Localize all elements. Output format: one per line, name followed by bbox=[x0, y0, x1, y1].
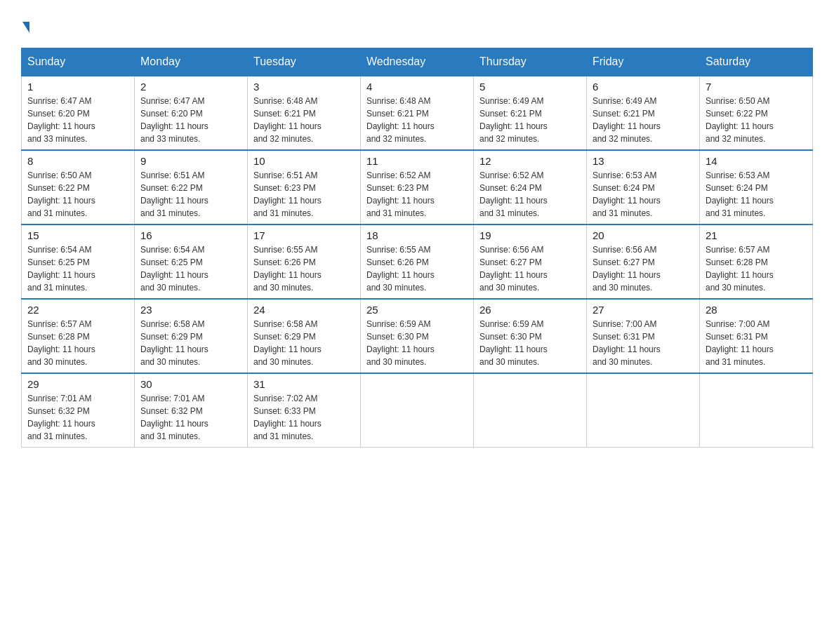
week-row-1: 1 Sunrise: 6:47 AM Sunset: 6:20 PM Dayli… bbox=[22, 76, 813, 150]
day-number: 15 bbox=[27, 229, 128, 241]
day-info: Sunrise: 6:58 AM Sunset: 6:29 PM Dayligh… bbox=[140, 318, 241, 368]
day-info: Sunrise: 6:48 AM Sunset: 6:21 PM Dayligh… bbox=[253, 95, 355, 145]
day-info: Sunrise: 6:54 AM Sunset: 6:25 PM Dayligh… bbox=[140, 243, 241, 294]
day-info: Sunrise: 6:55 AM Sunset: 6:26 PM Dayligh… bbox=[253, 243, 355, 294]
day-info: Sunrise: 6:48 AM Sunset: 6:21 PM Dayligh… bbox=[366, 95, 468, 145]
week-row-3: 15 Sunrise: 6:54 AM Sunset: 6:25 PM Dayl… bbox=[22, 224, 813, 299]
calendar-cell: 23 Sunrise: 6:58 AM Sunset: 6:29 PM Dayl… bbox=[135, 299, 248, 373]
day-number: 7 bbox=[706, 81, 807, 93]
day-number: 16 bbox=[140, 229, 241, 241]
day-info: Sunrise: 6:56 AM Sunset: 6:27 PM Dayligh… bbox=[593, 243, 694, 294]
calendar-cell: 3 Sunrise: 6:48 AM Sunset: 6:21 PM Dayli… bbox=[248, 76, 361, 150]
day-number: 6 bbox=[593, 81, 694, 93]
header-saturday: Saturday bbox=[700, 48, 813, 76]
day-info: Sunrise: 6:52 AM Sunset: 6:24 PM Dayligh… bbox=[479, 169, 581, 220]
day-info: Sunrise: 6:49 AM Sunset: 6:21 PM Dayligh… bbox=[479, 95, 581, 145]
header-tuesday: Tuesday bbox=[248, 48, 361, 76]
calendar-cell: 5 Sunrise: 6:49 AM Sunset: 6:21 PM Dayli… bbox=[474, 76, 587, 150]
week-row-4: 22 Sunrise: 6:57 AM Sunset: 6:28 PM Dayl… bbox=[22, 299, 813, 373]
calendar-cell: 25 Sunrise: 6:59 AM Sunset: 6:30 PM Dayl… bbox=[361, 299, 474, 373]
calendar-cell: 12 Sunrise: 6:52 AM Sunset: 6:24 PM Dayl… bbox=[474, 150, 587, 224]
calendar-cell: 8 Sunrise: 6:50 AM Sunset: 6:22 PM Dayli… bbox=[22, 150, 135, 224]
calendar-cell: 11 Sunrise: 6:52 AM Sunset: 6:23 PM Dayl… bbox=[361, 150, 474, 224]
calendar-cell bbox=[474, 373, 587, 448]
calendar-cell: 29 Sunrise: 7:01 AM Sunset: 6:32 PM Dayl… bbox=[22, 373, 135, 448]
day-info: Sunrise: 6:56 AM Sunset: 6:27 PM Dayligh… bbox=[479, 243, 581, 294]
day-info: Sunrise: 6:59 AM Sunset: 6:30 PM Dayligh… bbox=[366, 318, 468, 368]
calendar-body: 1 Sunrise: 6:47 AM Sunset: 6:20 PM Dayli… bbox=[22, 76, 813, 448]
header-monday: Monday bbox=[135, 48, 248, 76]
calendar-cell: 4 Sunrise: 6:48 AM Sunset: 6:21 PM Dayli… bbox=[361, 76, 474, 150]
calendar-header: SundayMondayTuesdayWednesdayThursdayFrid… bbox=[22, 48, 813, 76]
day-number: 27 bbox=[593, 304, 694, 316]
day-info: Sunrise: 6:47 AM Sunset: 6:20 PM Dayligh… bbox=[27, 95, 128, 145]
calendar-cell: 24 Sunrise: 6:58 AM Sunset: 6:29 PM Dayl… bbox=[248, 299, 361, 373]
day-info: Sunrise: 6:57 AM Sunset: 6:28 PM Dayligh… bbox=[706, 243, 807, 294]
day-info: Sunrise: 6:55 AM Sunset: 6:26 PM Dayligh… bbox=[366, 243, 468, 294]
week-row-5: 29 Sunrise: 7:01 AM Sunset: 6:32 PM Dayl… bbox=[22, 373, 813, 448]
day-number: 8 bbox=[27, 155, 128, 167]
calendar-cell: 2 Sunrise: 6:47 AM Sunset: 6:20 PM Dayli… bbox=[135, 76, 248, 150]
day-number: 21 bbox=[706, 229, 807, 241]
day-info: Sunrise: 7:02 AM Sunset: 6:33 PM Dayligh… bbox=[253, 392, 355, 443]
day-number: 25 bbox=[366, 304, 468, 316]
day-info: Sunrise: 6:51 AM Sunset: 6:22 PM Dayligh… bbox=[140, 169, 241, 220]
calendar-cell: 17 Sunrise: 6:55 AM Sunset: 6:26 PM Dayl… bbox=[248, 224, 361, 299]
day-number: 4 bbox=[366, 81, 468, 93]
day-number: 12 bbox=[479, 155, 581, 167]
day-number: 28 bbox=[706, 304, 807, 316]
page-header bbox=[21, 14, 813, 34]
header-friday: Friday bbox=[587, 48, 700, 76]
day-info: Sunrise: 7:00 AM Sunset: 6:31 PM Dayligh… bbox=[593, 318, 694, 368]
day-number: 9 bbox=[140, 155, 241, 167]
calendar-cell: 20 Sunrise: 6:56 AM Sunset: 6:27 PM Dayl… bbox=[587, 224, 700, 299]
calendar-cell: 19 Sunrise: 6:56 AM Sunset: 6:27 PM Dayl… bbox=[474, 224, 587, 299]
logo bbox=[21, 14, 29, 34]
day-number: 24 bbox=[253, 304, 355, 316]
day-info: Sunrise: 6:54 AM Sunset: 6:25 PM Dayligh… bbox=[27, 243, 128, 294]
day-info: Sunrise: 6:52 AM Sunset: 6:23 PM Dayligh… bbox=[366, 169, 468, 220]
day-number: 2 bbox=[140, 81, 241, 93]
calendar-table: SundayMondayTuesdayWednesdayThursdayFrid… bbox=[21, 48, 813, 448]
day-number: 20 bbox=[593, 229, 694, 241]
calendar-cell: 28 Sunrise: 7:00 AM Sunset: 6:31 PM Dayl… bbox=[700, 299, 813, 373]
header-thursday: Thursday bbox=[474, 48, 587, 76]
day-info: Sunrise: 6:51 AM Sunset: 6:23 PM Dayligh… bbox=[253, 169, 355, 220]
day-number: 18 bbox=[366, 229, 468, 241]
calendar-cell: 10 Sunrise: 6:51 AM Sunset: 6:23 PM Dayl… bbox=[248, 150, 361, 224]
day-number: 26 bbox=[479, 304, 581, 316]
calendar-cell: 30 Sunrise: 7:01 AM Sunset: 6:32 PM Dayl… bbox=[135, 373, 248, 448]
logo-triangle-icon bbox=[22, 22, 29, 33]
day-info: Sunrise: 6:53 AM Sunset: 6:24 PM Dayligh… bbox=[593, 169, 694, 220]
day-number: 17 bbox=[253, 229, 355, 241]
day-number: 10 bbox=[253, 155, 355, 167]
calendar-cell bbox=[587, 373, 700, 448]
day-number: 22 bbox=[27, 304, 128, 316]
calendar-cell: 31 Sunrise: 7:02 AM Sunset: 6:33 PM Dayl… bbox=[248, 373, 361, 448]
header-sunday: Sunday bbox=[22, 48, 135, 76]
day-number: 1 bbox=[27, 81, 128, 93]
day-info: Sunrise: 6:59 AM Sunset: 6:30 PM Dayligh… bbox=[479, 318, 581, 368]
day-info: Sunrise: 6:47 AM Sunset: 6:20 PM Dayligh… bbox=[140, 95, 241, 145]
day-info: Sunrise: 6:49 AM Sunset: 6:21 PM Dayligh… bbox=[593, 95, 694, 145]
header-wednesday: Wednesday bbox=[361, 48, 474, 76]
calendar-cell: 16 Sunrise: 6:54 AM Sunset: 6:25 PM Dayl… bbox=[135, 224, 248, 299]
calendar-cell: 1 Sunrise: 6:47 AM Sunset: 6:20 PM Dayli… bbox=[22, 76, 135, 150]
calendar-cell bbox=[700, 373, 813, 448]
day-info: Sunrise: 6:50 AM Sunset: 6:22 PM Dayligh… bbox=[27, 169, 128, 220]
day-number: 31 bbox=[253, 378, 355, 390]
calendar-cell: 13 Sunrise: 6:53 AM Sunset: 6:24 PM Dayl… bbox=[587, 150, 700, 224]
day-number: 5 bbox=[479, 81, 581, 93]
calendar-cell: 9 Sunrise: 6:51 AM Sunset: 6:22 PM Dayli… bbox=[135, 150, 248, 224]
day-number: 13 bbox=[593, 155, 694, 167]
logo-top bbox=[21, 14, 29, 34]
day-info: Sunrise: 6:53 AM Sunset: 6:24 PM Dayligh… bbox=[706, 169, 807, 220]
day-info: Sunrise: 7:00 AM Sunset: 6:31 PM Dayligh… bbox=[706, 318, 807, 368]
day-info: Sunrise: 7:01 AM Sunset: 6:32 PM Dayligh… bbox=[140, 392, 241, 443]
day-number: 14 bbox=[706, 155, 807, 167]
calendar-cell: 7 Sunrise: 6:50 AM Sunset: 6:22 PM Dayli… bbox=[700, 76, 813, 150]
calendar-cell: 15 Sunrise: 6:54 AM Sunset: 6:25 PM Dayl… bbox=[22, 224, 135, 299]
day-number: 3 bbox=[253, 81, 355, 93]
calendar-cell: 18 Sunrise: 6:55 AM Sunset: 6:26 PM Dayl… bbox=[361, 224, 474, 299]
calendar-cell: 6 Sunrise: 6:49 AM Sunset: 6:21 PM Dayli… bbox=[587, 76, 700, 150]
